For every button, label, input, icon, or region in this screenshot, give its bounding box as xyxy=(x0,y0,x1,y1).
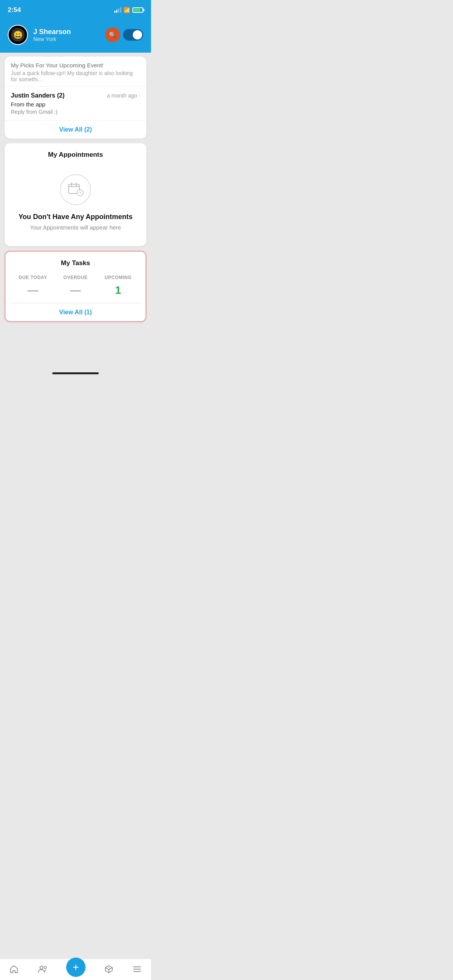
status-bar: 2:54 📶 xyxy=(0,0,151,19)
appointments-card: My Appointments You Don't Have Any Appoi… xyxy=(5,143,146,246)
avatar: 😀 xyxy=(8,25,28,45)
profile-info: J Shearson New York xyxy=(33,28,71,42)
profile-location: New York xyxy=(33,36,71,42)
message-sender: Justin Sanders (2) xyxy=(11,92,65,99)
overdue-value: — xyxy=(70,284,81,296)
appointments-empty-subtitle: Your Appointments will appear here xyxy=(30,224,121,231)
appointments-title: My Appointments xyxy=(5,143,146,163)
due-today-value: — xyxy=(27,284,38,296)
content-area: My Picks For Your Upcoming Event! Just a… xyxy=(0,53,151,369)
upcoming-stat: UPCOMING 1 xyxy=(97,275,139,296)
profile-left: 😀 J Shearson New York xyxy=(8,25,71,45)
battery-icon xyxy=(132,7,143,13)
message-time: a month ago › xyxy=(107,93,140,99)
wifi-icon: 📶 xyxy=(124,7,130,13)
overdue-stat: OVERDUE — xyxy=(54,275,97,296)
partial-preview: Just a quick follow-up!! My daughter is … xyxy=(11,70,140,82)
due-today-label: DUE TODAY xyxy=(19,275,47,280)
upcoming-value: 1 xyxy=(115,284,121,296)
tasks-view-all-button[interactable]: View All (1) xyxy=(5,303,146,321)
tasks-stats: DUE TODAY — OVERDUE — UPCOMING 1 xyxy=(5,271,146,303)
tasks-card: My Tasks DUE TODAY — OVERDUE — UPCOMING … xyxy=(5,251,146,322)
messages-card: My Picks For Your Upcoming Event! Just a… xyxy=(5,57,146,139)
due-today-stat: DUE TODAY — xyxy=(12,275,54,296)
messages-view-all-button[interactable]: View All (2) xyxy=(5,120,146,139)
message-line2: Reply from Gmail :) xyxy=(11,109,140,115)
partial-subject: My Picks For Your Upcoming Event! xyxy=(11,62,140,69)
profile-name: J Shearson xyxy=(33,28,71,36)
profile-right: 🔍 xyxy=(105,27,143,42)
notification-button[interactable]: 🔍 xyxy=(105,27,120,42)
appointments-empty-title: You Don't Have Any Appointments xyxy=(19,213,133,221)
chevron-icon: › xyxy=(139,93,140,98)
status-icons: 📶 xyxy=(114,7,143,13)
home-bar xyxy=(52,372,99,374)
message-item[interactable]: Justin Sanders (2) a month ago › From th… xyxy=(5,87,146,120)
signal-icon xyxy=(114,7,121,13)
calendar-icon xyxy=(60,174,91,205)
status-toggle[interactable] xyxy=(123,29,143,41)
home-indicator xyxy=(0,369,151,379)
toggle-knob xyxy=(133,30,142,39)
status-time: 2:54 xyxy=(8,6,21,14)
message-partial: My Picks For Your Upcoming Event! Just a… xyxy=(5,57,146,87)
profile-header: 😀 J Shearson New York 🔍 xyxy=(0,19,151,53)
appointments-empty-state: You Don't Have Any Appointments Your App… xyxy=(5,163,146,246)
overdue-label: OVERDUE xyxy=(63,275,88,280)
upcoming-label: UPCOMING xyxy=(105,275,132,280)
notification-icon: 🔍 xyxy=(109,31,117,39)
tasks-title: My Tasks xyxy=(5,252,146,271)
message-line1: From the app xyxy=(11,101,140,108)
message-header: Justin Sanders (2) a month ago › xyxy=(11,92,140,99)
